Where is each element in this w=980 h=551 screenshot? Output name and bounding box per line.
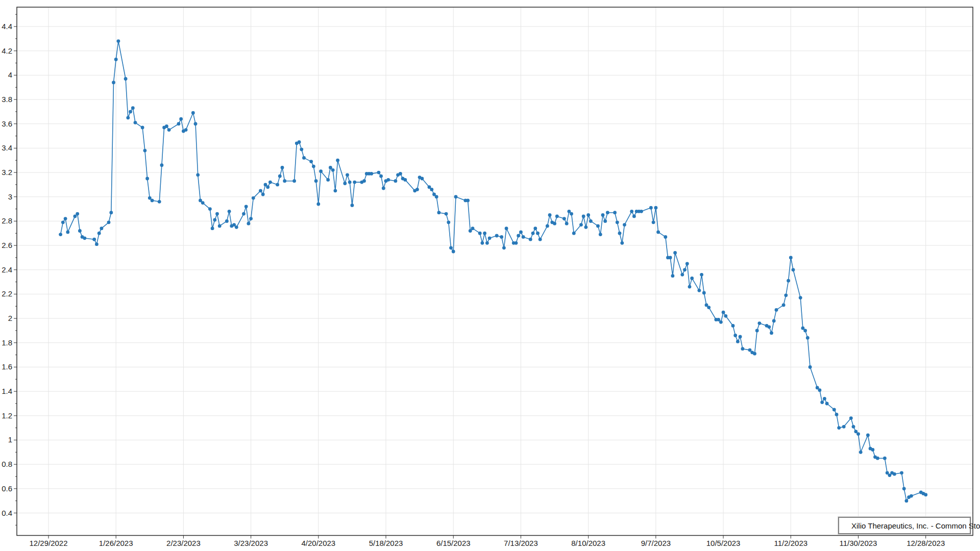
data-point-marker xyxy=(900,471,903,474)
data-point-marker xyxy=(548,213,552,217)
plot-border xyxy=(17,7,973,536)
data-point-marker xyxy=(283,179,286,183)
y-tick-label: 2.8 xyxy=(2,216,12,225)
data-point-marker xyxy=(707,306,710,309)
data-point-marker xyxy=(319,169,323,173)
data-point-marker xyxy=(95,242,99,246)
data-point-marker xyxy=(445,212,448,216)
data-point-marker xyxy=(292,179,296,183)
data-point-marker xyxy=(808,365,812,369)
data-point-marker xyxy=(261,193,265,196)
data-point-marker xyxy=(586,213,590,217)
data-point-marker xyxy=(471,227,475,230)
data-point-marker xyxy=(775,308,778,312)
data-point-marker xyxy=(825,402,829,406)
data-point-marker xyxy=(334,189,337,192)
x-tick-label: 7/13/2023 xyxy=(504,539,538,547)
data-point-marker xyxy=(603,219,607,223)
data-point-marker xyxy=(736,340,740,343)
x-tick-label: 11/30/2023 xyxy=(840,539,877,547)
x-tick-label: 4/20/2023 xyxy=(301,539,335,547)
data-point-marker xyxy=(502,246,506,249)
data-point-marker xyxy=(871,448,874,452)
data-point-marker xyxy=(910,494,913,498)
x-tick-label: 6/15/2023 xyxy=(436,539,471,547)
data-point-marker xyxy=(281,166,284,169)
data-point-marker xyxy=(266,185,270,189)
data-point-marker xyxy=(454,195,458,198)
data-point-marker xyxy=(74,215,77,218)
data-point-marker xyxy=(599,233,602,236)
x-tick-label: 1/26/2023 xyxy=(99,539,133,547)
data-point-marker xyxy=(481,241,484,245)
data-point-marker xyxy=(823,397,826,400)
data-point-marker xyxy=(129,110,132,114)
data-point-marker xyxy=(601,213,605,217)
data-point-marker xyxy=(517,234,520,238)
data-point-marker xyxy=(546,224,549,228)
data-point-marker xyxy=(806,336,810,340)
data-point-marker xyxy=(242,212,246,216)
data-point-marker xyxy=(673,251,677,255)
data-point-marker xyxy=(177,122,181,126)
x-tick-label: 9/7/2023 xyxy=(641,539,671,547)
data-point-marker xyxy=(399,172,402,176)
y-tick-label: 1.4 xyxy=(2,387,12,395)
y-tick-label: 3.8 xyxy=(2,95,12,104)
y-tick-label: 4.2 xyxy=(2,46,12,55)
data-point-marker xyxy=(145,177,149,181)
data-point-marker xyxy=(386,178,390,182)
data-point-marker xyxy=(362,179,366,183)
data-point-marker xyxy=(555,215,559,218)
data-point-marker xyxy=(533,227,537,230)
data-point-marker xyxy=(782,304,786,307)
data-point-marker xyxy=(83,236,86,240)
x-tick-label: 8/10/2023 xyxy=(571,539,605,547)
data-point-marker xyxy=(792,268,795,271)
data-point-marker xyxy=(719,320,723,324)
data-point-marker xyxy=(298,140,301,144)
y-tick-label: 1.8 xyxy=(2,338,12,347)
y-tick-label: 1.6 xyxy=(2,362,12,371)
data-point-marker xyxy=(731,324,735,328)
y-tick-label: 4.4 xyxy=(2,22,12,31)
data-point-marker xyxy=(112,81,115,84)
data-point-marker xyxy=(866,434,870,437)
data-point-marker xyxy=(739,335,742,339)
data-point-marker xyxy=(803,329,807,333)
data-point-marker xyxy=(213,218,216,222)
data-point-marker xyxy=(466,199,470,203)
data-point-marker xyxy=(249,217,253,220)
data-point-marker xyxy=(852,425,855,429)
data-point-marker xyxy=(652,220,655,224)
data-point-marker xyxy=(211,227,214,230)
data-point-marker xyxy=(218,224,222,228)
data-point-marker xyxy=(485,241,489,245)
data-point-marker xyxy=(758,321,762,325)
data-point-marker xyxy=(225,219,229,223)
data-point-marker xyxy=(770,331,773,335)
data-point-marker xyxy=(700,273,703,277)
y-tick-label: 0.8 xyxy=(2,460,12,468)
data-point-marker xyxy=(302,156,306,160)
data-point-marker xyxy=(78,229,82,233)
data-point-marker xyxy=(632,215,636,218)
data-point-marker xyxy=(276,183,279,187)
data-point-marker xyxy=(326,178,330,182)
data-point-marker xyxy=(683,268,687,271)
data-point-marker xyxy=(495,234,499,238)
plot-canvas: 0.40.60.811.21.41.61.822.22.42.62.833.23… xyxy=(0,0,980,551)
data-point-marker xyxy=(252,196,255,200)
data-point-marker xyxy=(379,174,383,178)
data-point-marker xyxy=(755,329,759,333)
y-tick-label: 2.4 xyxy=(2,265,12,274)
data-point-marker xyxy=(329,166,332,169)
data-point-marker xyxy=(902,487,906,490)
data-point-marker xyxy=(613,211,617,214)
data-point-marker xyxy=(59,233,62,236)
data-point-marker xyxy=(201,201,205,205)
data-point-marker xyxy=(109,211,113,214)
data-point-marker xyxy=(772,319,776,323)
data-point-marker xyxy=(767,325,771,329)
data-point-marker xyxy=(579,223,583,227)
